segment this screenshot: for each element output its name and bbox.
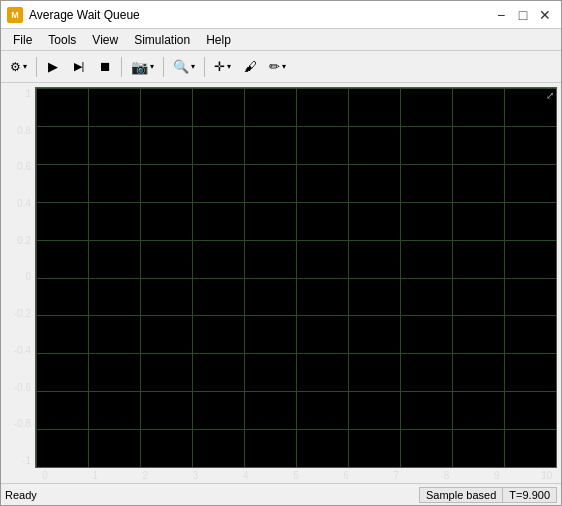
grid-v-5 <box>296 88 297 467</box>
zoom-dropdown[interactable]: 🔍 ▾ <box>168 55 200 79</box>
x-label-0: 0 <box>35 470 55 481</box>
edit-arrow-icon: ▾ <box>282 62 286 71</box>
grid-v-4 <box>244 88 245 467</box>
plot-area: 1 0.8 0.6 0.4 0.2 0 -0.2 -0.4 -0.6 -0.8 … <box>5 87 557 468</box>
x-label-7: 7 <box>386 470 406 481</box>
camera-dropdown[interactable]: 📷 ▾ <box>126 55 159 79</box>
plot-container: 1 0.8 0.6 0.4 0.2 0 -0.2 -0.4 -0.6 -0.8 … <box>1 83 561 483</box>
x-label-5: 5 <box>286 470 306 481</box>
settings-dropdown[interactable]: ⚙ ▾ <box>5 55 32 79</box>
sample-based-badge: Sample based <box>419 487 502 503</box>
x-label-4: 4 <box>236 470 256 481</box>
brush-icon: 🖌 <box>244 59 257 74</box>
menu-file[interactable]: File <box>5 31 40 49</box>
menu-help[interactable]: Help <box>198 31 239 49</box>
separator-4 <box>204 57 205 77</box>
grid-v-6 <box>348 88 349 467</box>
zoom-arrow-icon: ▾ <box>191 62 195 71</box>
simulation-time: T=9.900 <box>502 487 557 503</box>
run-icon: ▶ <box>48 59 58 74</box>
x-label-2: 2 <box>135 470 155 481</box>
close-button[interactable]: ✕ <box>535 5 555 25</box>
grid-v-8 <box>452 88 453 467</box>
grid-v-2 <box>140 88 141 467</box>
separator-2 <box>121 57 122 77</box>
step-icon: ▶| <box>74 60 85 73</box>
x-label-9: 9 <box>487 470 507 481</box>
pan-arrow-icon: ▾ <box>227 62 231 71</box>
pan-icon: ✛ <box>214 59 225 74</box>
y-label-neg06: -0.6 <box>14 383 31 393</box>
menu-tools[interactable]: Tools <box>40 31 84 49</box>
menu-bar: File Tools View Simulation Help <box>1 29 561 51</box>
brush-button[interactable]: 🖌 <box>238 55 262 79</box>
stop-icon: ⏹ <box>99 59 112 74</box>
y-label-1: 1 <box>25 89 31 99</box>
camera-arrow-icon: ▾ <box>150 62 154 71</box>
title-bar-left: M Average Wait Queue <box>7 7 140 23</box>
menu-simulation[interactable]: Simulation <box>126 31 198 49</box>
y-label-04: 0.4 <box>17 199 31 209</box>
y-label-neg02: -0.2 <box>14 309 31 319</box>
settings-arrow-icon: ▾ <box>23 62 27 71</box>
edit-icon: ✏ <box>269 59 280 74</box>
x-label-8: 8 <box>437 470 457 481</box>
separator-3 <box>163 57 164 77</box>
title-controls: − □ ✕ <box>491 5 555 25</box>
x-label-6: 6 <box>336 470 356 481</box>
zoom-icon: 🔍 <box>173 59 189 74</box>
y-label-02: 0.2 <box>17 236 31 246</box>
status-ready: Ready <box>5 489 37 501</box>
expand-icon[interactable]: ⤢ <box>546 90 554 101</box>
minimize-button[interactable]: − <box>491 5 511 25</box>
step-button[interactable]: ▶| <box>67 55 91 79</box>
toolbar: ⚙ ▾ ▶ ▶| ⏹ 📷 ▾ 🔍 ▾ ✛ ▾ 🖌 <box>1 51 561 83</box>
edit-dropdown[interactable]: ✏ ▾ <box>264 55 291 79</box>
y-label-neg08: -0.8 <box>14 419 31 429</box>
grid-v-1 <box>88 88 89 467</box>
window-title: Average Wait Queue <box>29 8 140 22</box>
y-label-neg1: -1 <box>22 456 31 466</box>
camera-icon: 📷 <box>131 59 148 75</box>
separator-1 <box>36 57 37 77</box>
y-label-06: 0.6 <box>17 162 31 172</box>
run-button[interactable]: ▶ <box>41 55 65 79</box>
title-bar: M Average Wait Queue − □ ✕ <box>1 1 561 29</box>
grid-v-10 <box>556 88 557 467</box>
y-axis: 1 0.8 0.6 0.4 0.2 0 -0.2 -0.4 -0.6 -0.8 … <box>5 87 35 468</box>
app-icon: M <box>7 7 23 23</box>
status-bar: Ready Sample based T=9.900 <box>1 483 561 505</box>
main-window: M Average Wait Queue − □ ✕ File Tools Vi… <box>0 0 562 506</box>
grid-h-10 <box>36 467 556 468</box>
x-label-3: 3 <box>186 470 206 481</box>
x-axis: 0 1 2 3 4 5 6 7 8 9 10 <box>5 468 557 483</box>
settings-icon: ⚙ <box>10 60 21 74</box>
pan-dropdown[interactable]: ✛ ▾ <box>209 55 236 79</box>
grid-v-0 <box>36 88 37 467</box>
maximize-button[interactable]: □ <box>513 5 533 25</box>
chart-area[interactable]: ⤢ <box>35 87 557 468</box>
stop-button[interactable]: ⏹ <box>93 55 117 79</box>
menu-view[interactable]: View <box>84 31 126 49</box>
x-label-1: 1 <box>85 470 105 481</box>
y-label-08: 0.8 <box>17 126 31 136</box>
status-right: Sample based T=9.900 <box>419 487 557 503</box>
grid-v-9 <box>504 88 505 467</box>
x-label-10: 10 <box>537 470 557 481</box>
grid-v-7 <box>400 88 401 467</box>
y-label-neg04: -0.4 <box>14 346 31 356</box>
grid-v-3 <box>192 88 193 467</box>
y-label-0: 0 <box>25 272 31 282</box>
